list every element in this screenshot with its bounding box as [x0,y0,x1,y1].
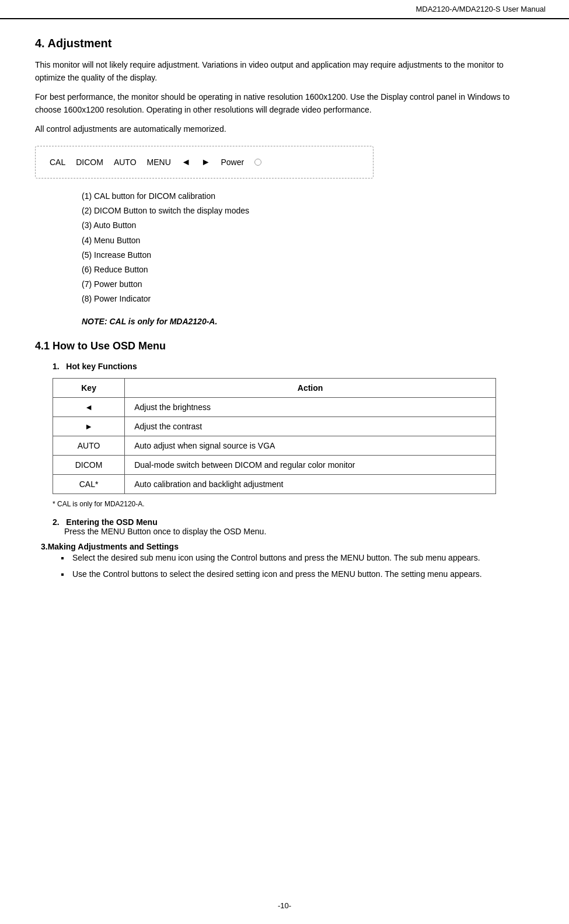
button-list: (1) CAL button for DICOM calibration (2)… [82,189,534,307]
making-adjustments-section: 3.Making Adjustments and Settings Select… [41,542,534,582]
intro-para-2: For best performance, the monitor should… [35,90,534,117]
entering-label: 2. Entering the OSD Menu [53,517,158,527]
page-header: MDA2120-A/MDA2120-S User Manual [0,0,569,19]
btn-list-item-7: (7) Power button [82,277,534,292]
intro-para-3: All control adjustments are automaticall… [35,123,534,135]
btn-left-arrow: ◄ [181,157,191,167]
intro-para-1: This monitor will not likely require adj… [35,58,534,85]
action-dicom: Dual-mode switch between DICOM and regul… [125,456,496,475]
page-footer: -10- [0,895,569,918]
btn-power: Power [221,158,244,167]
btn-list-item-6: (6) Reduce Button [82,262,534,277]
btn-list-item-4: (4) Menu Button [82,233,534,248]
page-number: -10- [278,901,291,910]
table-header-action: Action [125,379,496,398]
making-label: 3.Making Adjustments and Settings [41,542,534,551]
btn-cal: CAL [50,158,65,167]
key-left-arrow: ◄ [53,398,125,417]
table-header-key: Key [53,379,125,398]
table-row: AUTO Auto adjust when signal source is V… [53,436,496,456]
action-left-arrow: Adjust the brightness [125,398,496,417]
hotkey-table: Key Action ◄ Adjust the brightness ► Adj… [53,378,496,494]
table-row: DICOM Dual-mode switch between DICOM and… [53,456,496,475]
btn-list-item-2: (2) DICOM Button to switch the display m… [82,204,534,218]
btn-list-item-1: (1) CAL button for DICOM calibration [82,189,534,204]
key-cal: CAL* [53,475,125,494]
entering-desc: Press the MENU Button once to display th… [64,527,534,536]
making-item-1: Select the desired sub menu icon using t… [70,551,534,565]
entering-osd-section: 2. Entering the OSD Menu Press the MENU … [53,517,534,536]
action-right-arrow: Adjust the contrast [125,417,496,436]
key-right-arrow: ► [53,417,125,436]
btn-list-item-5: (5) Increase Button [82,248,534,262]
hotkey-subtitle: 1. Hot key Functions [53,362,534,371]
note-text: NOTE: CAL is only for MDA2120-A. [82,317,487,326]
key-auto: AUTO [53,436,125,456]
btn-right-arrow: ► [201,157,211,167]
section4-title: 4. Adjustment [35,37,534,50]
btn-list-item-8: (8) Power Indicator [82,292,534,306]
btn-list-item-3: (3) Auto Button [82,218,534,233]
header-title: MDA2120-A/MDA2120-S User Manual [416,5,546,13]
key-dicom: DICOM [53,456,125,475]
btn-menu: MENU [147,158,171,167]
btn-dicom: DICOM [76,158,103,167]
making-list: Select the desired sub menu icon using t… [70,551,534,582]
table-footnote: * CAL is only for MDA2120-A. [53,500,534,508]
btn-auto: AUTO [114,158,137,167]
action-cal: Auto calibration and backlight adjustmen… [125,475,496,494]
making-item-2: Use the Control buttons to select the de… [70,568,534,582]
btn-power-indicator [254,159,261,166]
table-row: CAL* Auto calibration and backlight adju… [53,475,496,494]
section41-title: 4.1 How to Use OSD Menu [35,340,534,352]
table-row: ► Adjust the contrast [53,417,496,436]
table-row: ◄ Adjust the brightness [53,398,496,417]
button-diagram: CAL DICOM AUTO MENU ◄ ► Power [35,146,373,178]
action-auto: Auto adjust when signal source is VGA [125,436,496,456]
